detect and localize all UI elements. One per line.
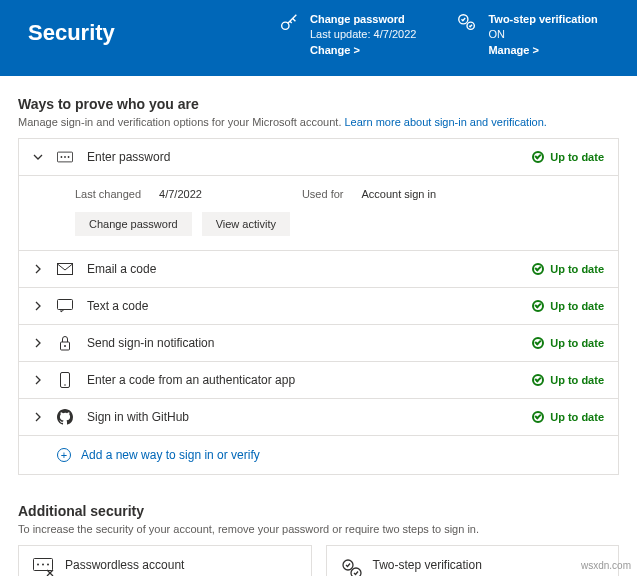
tile-link[interactable]: Change >	[310, 43, 416, 58]
check-icon	[532, 411, 544, 423]
card-passwordless: Passwordless account OFF Turn on	[18, 545, 312, 576]
card-title: Passwordless account	[65, 558, 184, 572]
section-heading: Additional security	[18, 503, 619, 519]
tile-sub: Last update: 4/7/2022	[310, 27, 416, 42]
section-heading: Ways to prove who you are	[18, 96, 619, 112]
row-github[interactable]: Sign in with GitHub Up to date	[19, 398, 618, 435]
row-enter-password[interactable]: Enter password Up to date	[19, 139, 618, 175]
additional-security-section: Additional security To increase the secu…	[0, 485, 637, 576]
row-text-code[interactable]: Text a code Up to date	[19, 287, 618, 324]
row-authenticator-app[interactable]: Enter a code from an authenticator app U…	[19, 361, 618, 398]
svg-point-12	[64, 384, 66, 386]
row-label: Enter password	[87, 150, 518, 164]
check-icon	[532, 300, 544, 312]
view-activity-button[interactable]: View activity	[202, 212, 290, 236]
svg-point-14	[37, 564, 39, 566]
row-label: Text a code	[87, 299, 518, 313]
row-label: Send sign-in notification	[87, 336, 518, 350]
header-banner: Security Change password Last update: 4/…	[0, 0, 637, 76]
row-password-panel: Last changed4/7/2022 Used forAccount sig…	[19, 175, 618, 250]
last-changed-value: 4/7/2022	[159, 188, 202, 200]
row-label: Email a code	[87, 262, 518, 276]
svg-point-16	[47, 564, 49, 566]
row-signin-notification[interactable]: Send sign-in notification Up to date	[19, 324, 618, 361]
chevron-down-icon	[33, 152, 43, 162]
card-two-step: Two-step verification ON Turn off	[326, 545, 620, 576]
status-badge: Up to date	[532, 263, 604, 275]
row-label: Sign in with GitHub	[87, 410, 518, 424]
card-title: Two-step verification	[373, 558, 482, 572]
learn-more-link[interactable]: Learn more about sign-in and verificatio…	[345, 116, 547, 128]
plus-icon: +	[57, 448, 71, 462]
svg-point-4	[61, 156, 63, 158]
status-badge: Up to date	[532, 151, 604, 163]
check-icon	[532, 263, 544, 275]
tile-label: Change password	[310, 12, 416, 27]
ways-section: Ways to prove who you are Manage sign-in…	[0, 76, 637, 485]
watermark: wsxdn.com	[581, 560, 631, 571]
signin-methods-list: Enter password Up to date Last changed4/…	[18, 138, 619, 475]
used-for-value: Account sign in	[361, 188, 436, 200]
tile-sub: ON	[488, 27, 597, 42]
two-step-icon	[341, 558, 361, 576]
used-for-label: Used for	[302, 188, 344, 200]
status-badge: Up to date	[532, 411, 604, 423]
password-icon	[57, 149, 73, 165]
chevron-right-icon	[33, 338, 43, 348]
github-icon	[57, 409, 73, 425]
chevron-right-icon	[33, 412, 43, 422]
svg-point-6	[68, 156, 70, 158]
lock-icon	[57, 335, 73, 351]
status-badge: Up to date	[532, 337, 604, 349]
header-tile-two-step[interactable]: Two-step verification ON Manage >	[456, 12, 597, 58]
subtext-static: Manage sign-in and verification options …	[18, 116, 345, 128]
status-badge: Up to date	[532, 374, 604, 386]
section-subtext: To increase the security of your account…	[18, 523, 619, 535]
svg-rect-8	[58, 300, 73, 310]
page-title: Security	[28, 12, 238, 46]
mail-icon	[57, 261, 73, 277]
change-password-button[interactable]: Change password	[75, 212, 192, 236]
row-email-code[interactable]: Email a code Up to date	[19, 250, 618, 287]
shield-check-icon	[456, 12, 478, 34]
chevron-right-icon	[33, 264, 43, 274]
svg-point-10	[64, 345, 66, 347]
add-signin-method[interactable]: + Add a new way to sign in or verify	[19, 435, 618, 474]
row-label: Enter a code from an authenticator app	[87, 373, 518, 387]
svg-rect-7	[58, 264, 73, 275]
svg-point-15	[42, 564, 44, 566]
last-changed-label: Last changed	[75, 188, 141, 200]
chevron-right-icon	[33, 375, 43, 385]
tile-link[interactable]: Manage >	[488, 43, 597, 58]
svg-point-5	[64, 156, 66, 158]
header-tile-change-password[interactable]: Change password Last update: 4/7/2022 Ch…	[278, 12, 416, 58]
phone-icon	[57, 372, 73, 388]
sms-icon	[57, 298, 73, 314]
chevron-right-icon	[33, 301, 43, 311]
section-subtext: Manage sign-in and verification options …	[18, 116, 619, 128]
check-icon	[532, 151, 544, 163]
check-icon	[532, 374, 544, 386]
passwordless-icon	[33, 558, 53, 576]
check-icon	[532, 337, 544, 349]
tile-label: Two-step verification	[488, 12, 597, 27]
status-badge: Up to date	[532, 300, 604, 312]
add-signin-link[interactable]: Add a new way to sign in or verify	[81, 448, 260, 462]
key-icon	[278, 12, 300, 34]
